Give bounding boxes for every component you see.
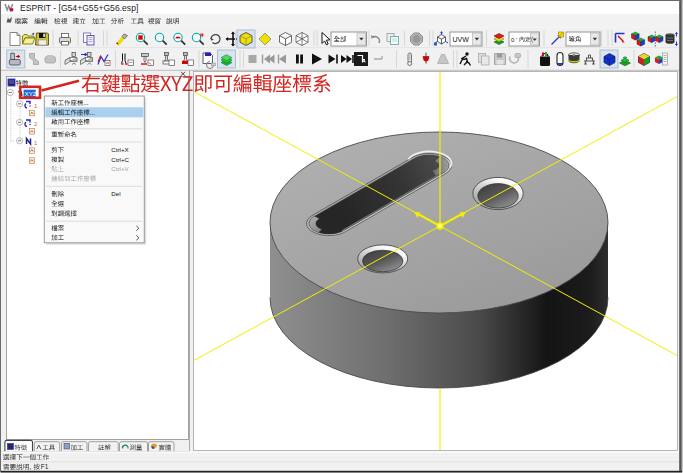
svg-text:Ctrl+C: Ctrl+C — [111, 156, 129, 163]
svg-text:,: , — [30, 463, 32, 470]
svg-text:Ctrl+X: Ctrl+X — [111, 146, 128, 153]
svg-text:UVW: UVW — [453, 36, 470, 43]
svg-text:XYZ: XYZ — [25, 90, 37, 97]
svg-text:...: ... — [83, 99, 89, 106]
svg-text:0 ': 0 ' — [511, 37, 517, 43]
svg-text:Ctrl+V: Ctrl+V — [111, 165, 129, 172]
svg-text:F1: F1 — [41, 463, 49, 470]
svg-text:Del: Del — [111, 190, 120, 197]
svg-text:1: 1 — [34, 102, 38, 109]
svg-text:ESPRIT - [G54+G55+G56.esp]: ESPRIT - [G54+G55+G56.esp] — [20, 3, 138, 13]
svg-text:...: ... — [90, 109, 96, 116]
svg-text:1: 1 — [34, 139, 38, 146]
svg-text:2: 2 — [34, 120, 38, 127]
